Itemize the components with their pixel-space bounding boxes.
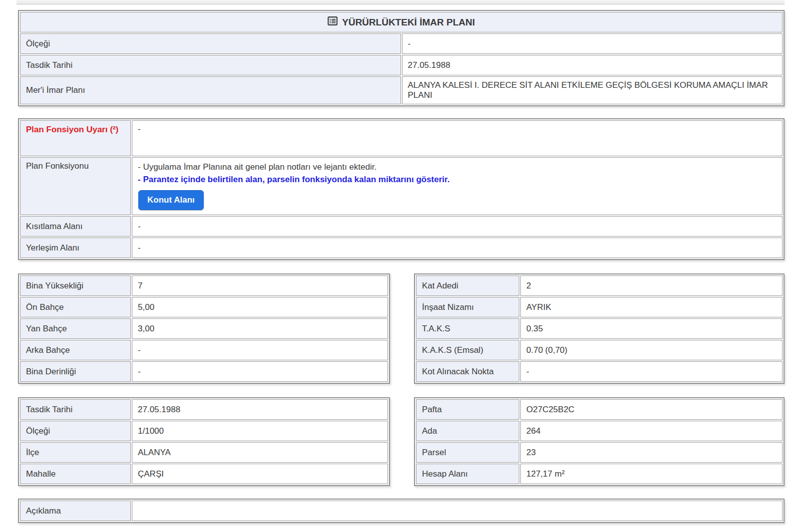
table-row: Plan Fonksiyonu - Uygulama İmar Planına … xyxy=(20,157,783,215)
row-label: Pafta xyxy=(416,399,519,420)
row-value: AYRIK xyxy=(520,297,783,317)
table-row: Kot Alınacak Nokta - xyxy=(416,361,783,382)
table-row: Tasdik Tarihi 27.05.1988 xyxy=(20,55,783,75)
table-row: Tasdik Tarihi 27.05.1988 xyxy=(20,399,388,420)
current-plan-table: YÜRÜRLÜKTEKİ İMAR PLANI Ölçeği - Tasdik … xyxy=(18,10,785,106)
row-label: Mer'i İmar Planı xyxy=(20,76,401,104)
current-plan-title: YÜRÜRLÜKTEKİ İMAR PLANI xyxy=(342,17,475,28)
table-row: Parsel 23 xyxy=(416,442,783,463)
row-value: 2 xyxy=(520,275,783,296)
row-value: ALANYA xyxy=(132,442,388,463)
table-row: Açıklama xyxy=(20,501,783,521)
table-row: Ada 264 xyxy=(416,421,783,441)
table-row: Plan Fonsiyon Uyarı (²) - xyxy=(20,120,783,156)
row-value: - xyxy=(132,361,388,382)
plan-note-emphasis: - Parantez içinde belirtilen alan, parse… xyxy=(138,174,777,186)
row-label: Ada xyxy=(416,421,519,441)
plan-note-plain: - Uygulama İmar Planına ait genel plan n… xyxy=(138,161,777,174)
row-label: İnşaat Nizamı xyxy=(416,297,519,317)
building-metrics-table: Bina Yüksekliği 7 Ön Bahçe 5,00 Yan Bahç… xyxy=(18,273,390,384)
table-row: İnşaat Nizamı AYRIK xyxy=(416,297,783,317)
table-row: Kat Adedi 2 xyxy=(416,275,783,296)
metrics-row: Bina Yüksekliği 7 Ön Bahçe 5,00 Yan Bahç… xyxy=(18,273,785,384)
row-label: Ölçeği xyxy=(20,33,401,54)
row-label: Bina Derinliği xyxy=(20,361,131,382)
table-row: Pafta O27C25B2C xyxy=(416,399,783,420)
row-label: Kot Alınacak Nokta xyxy=(416,361,519,382)
description-label: Açıklama xyxy=(20,501,131,521)
table-header-row: YÜRÜRLÜKTEKİ İMAR PLANI xyxy=(20,12,783,32)
table-row: Ölçeği 1/1000 xyxy=(20,421,388,441)
row-value: 3,00 xyxy=(132,318,388,339)
row-label: Mahalle xyxy=(20,464,131,484)
row-value: - xyxy=(402,33,783,54)
row-value: 264 xyxy=(520,421,783,441)
table-row: Kısıtlama Alanı - xyxy=(20,216,783,237)
row-value: 0.35 xyxy=(520,318,783,339)
imar-plani-page: YÜRÜRLÜKTEKİ İMAR PLANI Ölçeği - Tasdik … xyxy=(0,0,799,532)
table-row: Yerleşim Alanı - xyxy=(20,238,783,258)
row-value: O27C25B2C xyxy=(520,399,783,420)
row-value: - xyxy=(132,340,388,360)
table-row: Arka Bahçe - xyxy=(20,340,388,360)
page-content: YÜRÜRLÜKTEKİ İMAR PLANI Ölçeği - Tasdik … xyxy=(0,0,799,532)
row-label: İlçe xyxy=(20,442,131,463)
row-label: T.A.K.S xyxy=(416,318,519,339)
list-alt-icon xyxy=(328,16,338,28)
table-row: Bina Derinliği - xyxy=(20,361,388,382)
row-value: - xyxy=(132,238,783,258)
page-top-divider xyxy=(16,0,785,4)
row-value: ALANYA KALESİ I. DERECE SİT ALANI ETKİLE… xyxy=(402,76,783,104)
table-row: T.A.K.S 0.35 xyxy=(416,318,783,339)
row-value: 7 xyxy=(132,275,388,296)
description-table: Açıklama xyxy=(18,499,785,523)
row-label: Hesap Alanı xyxy=(416,464,519,484)
table-row: Ölçeği - xyxy=(20,33,783,54)
row-value: 27.05.1988 xyxy=(132,399,388,420)
table-row: Bina Yüksekliği 7 xyxy=(20,275,388,296)
row-label: Kat Adedi xyxy=(416,275,519,296)
row-label: Yerleşim Alanı xyxy=(20,238,131,258)
plan-function-label: Plan Fonksiyonu xyxy=(20,157,131,215)
table-row: Mer'i İmar Planı ALANYA KALESİ I. DERECE… xyxy=(20,76,783,104)
row-label: Ön Bahçe xyxy=(20,297,131,317)
current-plan-header: YÜRÜRLÜKTEKİ İMAR PLANI xyxy=(20,12,783,32)
plan-function-warning-value: - xyxy=(132,120,783,156)
row-value: 27.05.1988 xyxy=(402,55,783,75)
row-label: Tasdik Tarihi xyxy=(20,399,131,420)
plan-function-warning-label: Plan Fonsiyon Uyarı (²) xyxy=(20,120,131,156)
row-value: 23 xyxy=(520,442,783,463)
table-row: Yan Bahçe 3,00 xyxy=(20,318,388,339)
row-label: Yan Bahçe xyxy=(20,318,131,339)
row-label: Parsel xyxy=(416,442,519,463)
row-value: 127,17 m² xyxy=(520,464,783,484)
table-row: K.A.K.S (Emsal) 0.70 (0,70) xyxy=(416,340,783,360)
row-label: Kısıtlama Alanı xyxy=(20,216,131,237)
row-label: K.A.K.S (Emsal) xyxy=(416,340,519,360)
table-row: Ön Bahçe 5,00 xyxy=(20,297,388,317)
row-value: 5,00 xyxy=(132,297,388,317)
details-row: Tasdik Tarihi 27.05.1988 Ölçeği 1/1000 İ… xyxy=(18,397,785,486)
row-label: Arka Bahçe xyxy=(20,340,131,360)
zone-konut-alani-button[interactable]: Konut Alanı xyxy=(138,190,204,210)
row-label: Tasdik Tarihi xyxy=(20,55,401,75)
table-row: Hesap Alanı 127,17 m² xyxy=(416,464,783,484)
row-value: 1/1000 xyxy=(132,421,388,441)
row-value: ÇARŞI xyxy=(132,464,388,484)
table-row: İlçe ALANYA xyxy=(20,442,388,463)
row-label: Bina Yüksekliği xyxy=(20,275,131,296)
table-row: Mahalle ÇARŞI xyxy=(20,464,388,484)
row-value: - xyxy=(520,361,783,382)
row-label: Ölçeği xyxy=(20,421,131,441)
plan-details-table: Tasdik Tarihi 27.05.1988 Ölçeği 1/1000 İ… xyxy=(18,397,390,486)
parcel-details-table: Pafta O27C25B2C Ada 264 Parsel 23 Hesap … xyxy=(414,397,785,486)
plan-function-value: - Uygulama İmar Planına ait genel plan n… xyxy=(132,157,783,215)
row-value: - xyxy=(132,216,783,237)
zoning-metrics-table: Kat Adedi 2 İnşaat Nizamı AYRIK T.A.K.S … xyxy=(414,273,785,384)
description-value xyxy=(132,501,783,521)
plan-function-table: Plan Fonsiyon Uyarı (²) - Plan Fonksiyon… xyxy=(18,118,785,260)
row-value: 0.70 (0,70) xyxy=(520,340,783,360)
